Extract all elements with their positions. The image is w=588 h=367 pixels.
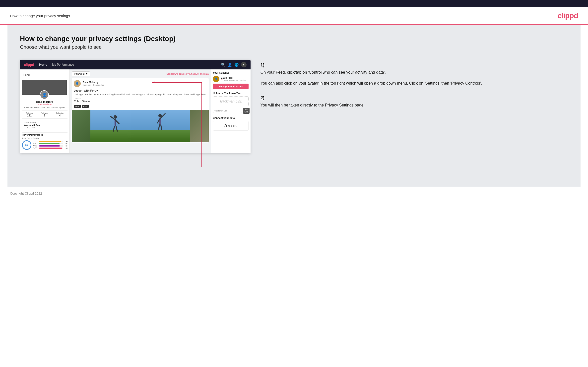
step2-text: You will then be taken directly to the P… bbox=[261, 102, 568, 108]
avatar-button[interactable]: ▼ bbox=[241, 62, 247, 67]
tpq-row: 92 OTT 90 APP 85 ARG 86 bbox=[22, 140, 67, 150]
instructions: 1) On your Feed, click/tap on 'Control w… bbox=[261, 60, 568, 117]
add-link-button[interactable]: Add Link bbox=[243, 108, 250, 114]
stat-activities-label: Activities bbox=[26, 112, 33, 114]
tpq-bar-row: APP 85 bbox=[33, 143, 67, 145]
app-nav: clippd Home My Performance 🔍 👤 🌐 ▼ bbox=[20, 60, 251, 69]
app-screenshot: clippd Home My Performance 🔍 👤 🌐 ▼ Feed bbox=[20, 60, 251, 153]
following-row: Following ▼ Control who can see your act… bbox=[72, 71, 209, 76]
tpq-bar-fill bbox=[39, 145, 60, 147]
latest-activity-label: Latest Activity bbox=[24, 121, 65, 123]
tpq-bar-label: APP bbox=[33, 143, 38, 145]
trackman-input[interactable] bbox=[213, 109, 242, 113]
tpq-bar-row: PUTT 96 bbox=[33, 147, 67, 149]
feed-tab[interactable]: Feed bbox=[20, 72, 69, 78]
location-icon[interactable]: 🌐 bbox=[234, 63, 239, 67]
post-avatar: 👤 bbox=[74, 80, 81, 87]
trackman-input-row: Add Link bbox=[213, 108, 249, 114]
tpq-bar-val: 85 bbox=[64, 143, 67, 145]
tpq-bar-label: OTT bbox=[33, 141, 38, 142]
coach-info: David Ford 📍 Royal North Devon Golf Club bbox=[221, 77, 246, 81]
tag-ott: OTT bbox=[74, 105, 81, 108]
user-club: Royal North Devon Golf Club, United King… bbox=[22, 106, 67, 108]
tpq-bar-track bbox=[39, 145, 63, 147]
app-body: Feed 👤 Blair McHarg Plus Handicap Royal … bbox=[20, 69, 251, 153]
upload-title: Upload a Trackman Test bbox=[213, 92, 249, 95]
content-row: clippd Home My Performance 🔍 👤 🌐 ▼ Feed bbox=[20, 60, 568, 153]
tpq-circle: 92 bbox=[22, 140, 31, 150]
post-duration: Duration 01 hr : 30 min bbox=[72, 97, 209, 104]
app-screenshot-wrapper: clippd Home My Performance 🔍 👤 🌐 ▼ Feed bbox=[20, 60, 251, 153]
coach-row: 👤 David Ford 📍 Royal North Devon Golf Cl… bbox=[213, 76, 249, 82]
tpq-bar-val: 96 bbox=[64, 147, 67, 149]
step1-extra: You can also click on your avatar in the… bbox=[261, 80, 568, 87]
duration-label: Duration bbox=[74, 97, 207, 100]
footer: Copyright Clippd 2022 bbox=[0, 187, 588, 200]
tag-app: APP bbox=[82, 105, 89, 108]
post-user-name: Blair McHarg bbox=[83, 81, 104, 84]
nav-icons: 🔍 👤 🌐 ▼ bbox=[221, 62, 247, 67]
tpq-bar-row: OTT 90 bbox=[33, 141, 67, 142]
connect-section: Connect your data Arccos bbox=[213, 117, 249, 131]
stat-followers: Followers 3 bbox=[41, 112, 48, 117]
app-left-panel: Feed 👤 Blair McHarg Plus Handicap Royal … bbox=[20, 69, 70, 153]
coaches-section: Your Coaches 👤 David Ford 📍 Royal North … bbox=[213, 71, 249, 89]
tpq-bar-label: ARG bbox=[33, 145, 38, 147]
app-middle-panel: Following ▼ Control who can see your act… bbox=[70, 69, 211, 153]
top-bar bbox=[0, 0, 588, 7]
post-title: Lesson with Fordy bbox=[72, 89, 209, 93]
user-name: Blair McHarg bbox=[22, 100, 67, 103]
post-user-info: Blair McHarg Yesterday · Sunningdale bbox=[83, 81, 104, 86]
user-avatar: 👤 bbox=[40, 90, 49, 99]
instruction-step2: 2) You will then be taken directly to th… bbox=[261, 95, 568, 108]
coaches-title: Your Coaches bbox=[213, 71, 249, 74]
search-icon[interactable]: 🔍 bbox=[221, 63, 225, 67]
user-handicap: Plus Handicap bbox=[22, 103, 67, 106]
page-subheading: Choose what you want people to see bbox=[20, 44, 568, 50]
arccos-card: Arccos bbox=[213, 121, 249, 131]
user-profile-card: 👤 Blair McHarg Plus Handicap Royal North… bbox=[20, 78, 69, 131]
coach-club-row: 📍 Royal North Devon Golf Club bbox=[221, 79, 246, 81]
tpq-bar-label: PUTT bbox=[33, 147, 38, 149]
post-description: Looking to feel like my hands are exitin… bbox=[72, 93, 209, 97]
stat-following: Following 4 bbox=[56, 112, 64, 117]
copyright: Copyright Clippd 2022 bbox=[10, 192, 42, 195]
player-performance: Player Performance Total Player Quality … bbox=[22, 132, 67, 150]
connect-title: Connect your data bbox=[213, 117, 249, 119]
upload-section: Upload a Trackman Test Trackman Link Add… bbox=[213, 92, 249, 114]
tpq-bar-row: ARG 86 bbox=[33, 145, 67, 147]
tpq-label: Total Player Quality bbox=[22, 137, 67, 139]
tpq-bar-val: 86 bbox=[64, 145, 67, 147]
post-date: Yesterday · Sunningdale bbox=[83, 84, 104, 86]
step1-text: On your Feed, click/tap on 'Control who … bbox=[261, 69, 568, 76]
person-icon[interactable]: 👤 bbox=[228, 63, 232, 67]
following-button[interactable]: Following ▼ bbox=[72, 71, 90, 76]
tpq-bar-fill bbox=[39, 148, 62, 149]
page-heading: How to change your privacy settings (Des… bbox=[20, 35, 568, 43]
app-nav-logo: clippd bbox=[24, 63, 34, 67]
arccos-label: Arccos bbox=[224, 123, 237, 128]
latest-activity: Latest Activity Lesson with Fordy 03 Aug… bbox=[22, 120, 67, 129]
nav-item-home[interactable]: Home bbox=[39, 63, 47, 66]
post-image bbox=[72, 110, 209, 142]
player-perf-title: Player Performance bbox=[22, 134, 67, 136]
manage-coaches-button[interactable]: Manage Your Coaches bbox=[213, 84, 249, 89]
post-header: 👤 Blair McHarg Yesterday · Sunningdale bbox=[72, 78, 209, 89]
stat-following-label: Following bbox=[56, 112, 64, 114]
instruction-step1: 1) On your Feed, click/tap on 'Control w… bbox=[261, 62, 568, 86]
stat-followers-value: 3 bbox=[41, 114, 48, 117]
nav-item-performance[interactable]: My Performance bbox=[52, 63, 74, 66]
header-title: How to change your privacy settings bbox=[10, 14, 70, 18]
tpq-bar-fill bbox=[39, 143, 60, 144]
main-content: How to change your privacy settings (Des… bbox=[7, 25, 581, 187]
logo: clippd bbox=[558, 11, 578, 20]
control-privacy-link[interactable]: Control who can see your activity and da… bbox=[166, 73, 209, 75]
step1-number: 1) bbox=[261, 62, 568, 68]
post-tags: OTT APP bbox=[72, 104, 209, 110]
coach-club: Royal North Devon Golf Club bbox=[224, 79, 246, 81]
stat-followers-label: Followers bbox=[41, 112, 48, 114]
step2-number: 2) bbox=[261, 95, 568, 101]
tpq-bar-track bbox=[39, 141, 63, 142]
feed-post: 👤 Blair McHarg Yesterday · Sunningdale L… bbox=[72, 78, 209, 142]
user-cover-photo: 👤 bbox=[22, 80, 67, 95]
